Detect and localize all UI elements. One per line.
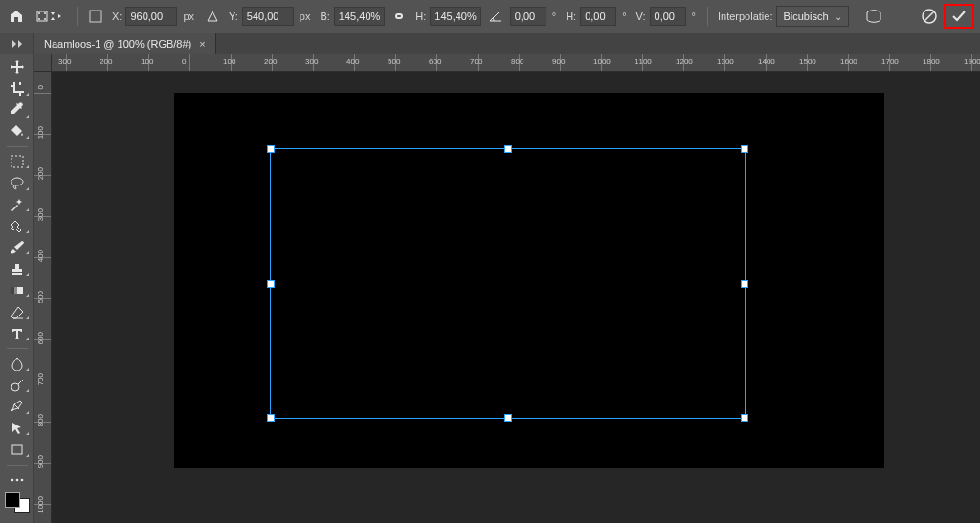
eyedropper-tool[interactable] <box>4 101 31 120</box>
x-field[interactable]: 960,00 <box>125 7 177 26</box>
brush-tool[interactable] <box>4 239 31 257</box>
svg-rect-11 <box>11 287 14 294</box>
ruler-tick-label: 100 <box>223 57 235 66</box>
handle-bottom-right[interactable] <box>741 414 748 422</box>
lasso-tool[interactable] <box>4 174 31 192</box>
interp-select[interactable]: Bicubisch <box>776 6 848 27</box>
svg-point-1 <box>38 12 40 14</box>
link-icon[interactable] <box>389 6 410 27</box>
path-select-tool[interactable] <box>4 420 31 438</box>
blur-tool[interactable] <box>4 355 31 373</box>
skewv-value: 0,00 <box>655 11 675 22</box>
handle-top-right[interactable] <box>741 145 748 153</box>
svg-point-15 <box>15 478 18 481</box>
ruler-tick-label: 200 <box>264 57 277 66</box>
handle-bottom-left[interactable] <box>267 414 275 422</box>
document-tab-title: Naamloos-1 @ 100% (RGB/8#) <box>44 38 191 50</box>
tool-separator <box>7 465 28 466</box>
ruler-tick-label: 300 <box>36 208 45 221</box>
gradient-tool[interactable] <box>4 282 31 300</box>
svg-point-4 <box>44 18 46 20</box>
ruler-tick-label: 1700 <box>881 57 899 66</box>
tool-separator <box>7 146 28 147</box>
ruler-tick-label: 500 <box>388 57 400 66</box>
x-unit: px <box>183 11 194 22</box>
marquee-tool[interactable] <box>4 153 31 171</box>
wand-tool[interactable] <box>4 196 31 214</box>
dodge-tool[interactable] <box>4 377 31 395</box>
transform-bounding-box[interactable] <box>270 148 746 419</box>
y-field[interactable]: 540,00 <box>242 7 294 26</box>
angle-degree: ° <box>552 11 556 22</box>
handle-top-left[interactable] <box>267 145 275 153</box>
h-value: 145,40% <box>434 11 476 22</box>
ruler-tick-label: 100 <box>141 57 153 66</box>
angle-field[interactable]: 0,00 <box>510 7 546 26</box>
ruler-tick-label: 1000 <box>36 496 45 513</box>
pen-tool[interactable] <box>4 398 31 416</box>
svg-point-12 <box>11 383 19 391</box>
skewv-field[interactable]: 0,00 <box>650 7 686 26</box>
ruler-tick-label: 200 <box>100 57 112 66</box>
ruler-tick-label: 0 <box>36 85 45 89</box>
svg-point-3 <box>38 18 40 20</box>
y-value: 540,00 <box>247 11 279 22</box>
document-tab[interactable]: Naamloos-1 @ 100% (RGB/8#) × <box>34 33 216 54</box>
delta-icon[interactable] <box>202 6 223 27</box>
foreground-swatch[interactable] <box>5 492 20 508</box>
interp-label: Interpolatie: <box>718 11 772 22</box>
reference-point-toggle[interactable] <box>85 6 106 27</box>
ruler-origin[interactable] <box>34 54 52 72</box>
handle-bottom-middle[interactable] <box>504 414 512 422</box>
healing-tool[interactable] <box>4 217 31 235</box>
transform-dropdown-icon[interactable] <box>31 6 69 27</box>
ruler-tick-label: 400 <box>36 250 45 262</box>
horizontal-ruler[interactable]: 3002001000100200300400500600700800900100… <box>34 54 980 72</box>
ruler-tick-label: 500 <box>36 291 45 303</box>
skewh-value: 0,00 <box>585 11 605 22</box>
commit-icon[interactable] <box>949 7 969 26</box>
tool-separator <box>7 348 28 349</box>
ruler-tick-label: 600 <box>429 57 441 66</box>
interp-value: Bicubisch <box>783 11 828 22</box>
ruler-tick-label: 700 <box>470 57 482 66</box>
handle-middle-right[interactable] <box>741 280 748 288</box>
ruler-tick-label: 1600 <box>840 57 858 66</box>
shape-tool[interactable] <box>4 441 31 459</box>
cancel-icon[interactable] <box>919 6 940 27</box>
svg-point-2 <box>44 12 46 14</box>
eraser-tool[interactable] <box>4 303 31 321</box>
skewv-degree: ° <box>692 11 696 22</box>
separator <box>77 7 78 26</box>
fill-tool[interactable] <box>4 123 31 142</box>
close-tab-icon[interactable]: × <box>199 38 205 50</box>
stamp-tool[interactable] <box>4 260 31 278</box>
crop-tool[interactable] <box>4 80 31 98</box>
handle-middle-left[interactable] <box>267 280 275 288</box>
ruler-tick-label: 1000 <box>593 57 611 66</box>
ruler-tick-label: 600 <box>36 332 45 344</box>
ruler-tick-label: 100 <box>36 126 45 139</box>
skewh-field[interactable]: 0,00 <box>580 7 616 26</box>
canvas-area[interactable] <box>52 72 980 523</box>
x-label: X: <box>112 11 122 22</box>
w-value: 145,40% <box>339 11 380 22</box>
ruler-tick-label: 300 <box>58 57 71 66</box>
svg-rect-8 <box>11 156 23 167</box>
vertical-ruler[interactable]: 010020030040050060070080090010001100 <box>34 72 52 523</box>
handle-top-middle[interactable] <box>504 145 512 153</box>
color-swatches[interactable] <box>5 492 30 513</box>
w-field[interactable]: 145,40% <box>334 7 385 26</box>
angle-icon <box>485 6 506 27</box>
warp-icon[interactable] <box>863 6 884 27</box>
ruler-tick-label: 1200 <box>676 57 693 66</box>
y-unit: px <box>300 11 311 22</box>
x-value: 960,00 <box>130 11 163 22</box>
ruler-tick-label: 1500 <box>799 57 816 66</box>
more-tools-icon[interactable] <box>4 471 31 490</box>
type-tool[interactable] <box>4 325 31 343</box>
h-field[interactable]: 145,40% <box>430 7 480 26</box>
expand-panels-icon[interactable] <box>0 33 34 54</box>
home-icon[interactable] <box>6 6 27 27</box>
move-tool[interactable] <box>4 58 31 76</box>
